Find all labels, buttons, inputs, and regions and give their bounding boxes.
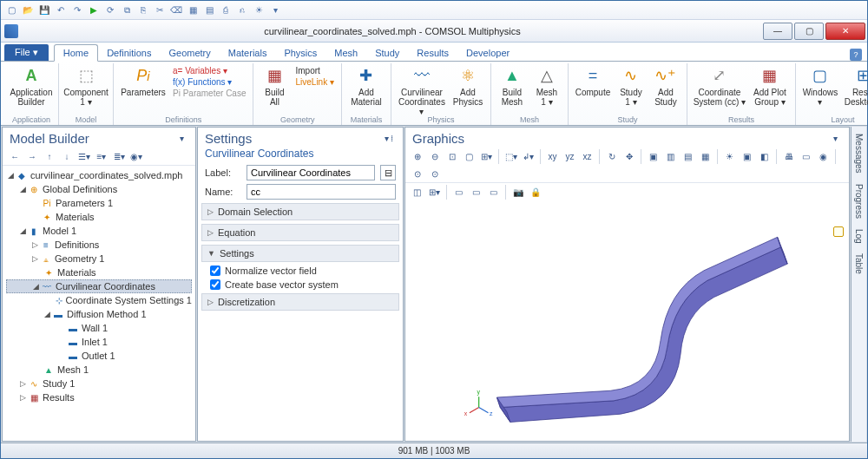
tab-definitions[interactable]: Definitions — [98, 45, 160, 61]
minimize-button[interactable]: — — [763, 23, 792, 40]
zoom-box-icon[interactable]: ▢ — [462, 149, 477, 164]
light-icon[interactable]: ☀ — [722, 149, 737, 164]
qat-btn-icon[interactable]: ▦ — [186, 3, 200, 17]
qat-delete-icon[interactable]: ⌫ — [169, 3, 183, 17]
zoom-out-icon[interactable]: ⊖ — [427, 149, 442, 164]
info-badge-icon[interactable] — [833, 226, 844, 237]
forward-icon[interactable]: → — [25, 149, 39, 163]
close-button[interactable]: ✕ — [825, 23, 865, 40]
tab-developer[interactable]: Developer — [457, 45, 518, 61]
maximize-button[interactable]: ▢ — [794, 23, 824, 40]
wire-icon[interactable]: ▣ — [740, 149, 754, 164]
select2-icon[interactable]: ▥ — [663, 149, 678, 164]
view-top-icon[interactable]: xy — [545, 149, 560, 164]
more-icon[interactable]: ⊙ — [427, 167, 442, 181]
trans-icon[interactable]: ◧ — [757, 149, 772, 164]
tab-study[interactable]: Study — [366, 45, 408, 61]
tab-geometry[interactable]: Geometry — [160, 45, 219, 61]
anim-icon[interactable]: ◉ — [816, 149, 831, 164]
parameter-case-button[interactable]: Pi Parameter Case — [171, 88, 247, 99]
hide3-icon[interactable]: ▭ — [486, 185, 501, 200]
qat-cut-icon[interactable]: ✂ — [153, 3, 167, 17]
qat-btn-icon[interactable]: ⎙ — [219, 3, 233, 17]
move-icon[interactable]: ✥ — [621, 149, 636, 164]
eye-icon[interactable]: ◉▾ — [129, 149, 143, 163]
tree-materials2[interactable]: Materials — [57, 267, 96, 278]
tab-home[interactable]: Home — [54, 44, 98, 62]
mesh1-button[interactable]: △ Mesh 1 ▾ — [531, 63, 562, 107]
view-front-icon[interactable]: yz — [562, 149, 577, 164]
add-plot-group-button[interactable]: ▦ Add Plot Group ▾ — [750, 63, 790, 107]
tree-model1[interactable]: Model 1 — [43, 226, 76, 236]
variables-button[interactable]: a= Variables ▾ — [171, 65, 247, 76]
basevector-checkbox[interactable] — [210, 279, 220, 290]
application-builder-button[interactable]: A Application Builder — [10, 63, 53, 107]
view-xy-icon[interactable]: ⬚▾ — [503, 149, 518, 164]
qat-btn-icon[interactable]: ⎌ — [235, 3, 249, 17]
clip2-icon[interactable]: ⊞▾ — [427, 185, 442, 200]
clip-icon[interactable]: ◫ — [410, 185, 424, 200]
image-icon[interactable]: ▭ — [799, 149, 813, 164]
qat-redo-icon[interactable]: ↷ — [70, 3, 84, 17]
tree-geometry1[interactable]: Geometry 1 — [55, 253, 104, 264]
tab-materials[interactable]: Materials — [220, 45, 276, 61]
tree-study1[interactable]: Study 1 — [43, 378, 75, 389]
down-icon[interactable]: ↓ — [60, 149, 74, 163]
coord-system-button[interactable]: ⤢ Coordinate System (cc) ▾ — [693, 63, 746, 107]
hide2-icon[interactable]: ▭ — [469, 185, 483, 200]
qat-refresh-icon[interactable]: ⟳ — [103, 3, 117, 17]
add-material-button[interactable]: ✚ Add Material — [347, 63, 385, 107]
tree-globaldef[interactable]: Global Definitions — [43, 184, 117, 194]
tree-css1[interactable]: Coordinate System Settings 1 — [65, 295, 192, 305]
hide-icon[interactable]: ▭ — [451, 185, 466, 200]
sidetab-progress[interactable]: Progress — [853, 182, 865, 220]
cam-icon[interactable]: 📷 — [510, 185, 525, 200]
qat-play-icon[interactable]: ▶ — [87, 3, 101, 17]
panel-menu-icon[interactable]: ▾ — [174, 132, 188, 146]
tree-inlet1[interactable]: Inlet 1 — [82, 337, 108, 347]
tag-button[interactable]: ⊟ — [380, 165, 396, 180]
tree-diff1[interactable]: Diffusion Method 1 — [67, 309, 147, 319]
tree-materials[interactable]: Materials — [56, 212, 95, 222]
build-mesh-button[interactable]: ▲ Build Mesh — [496, 63, 528, 107]
lock-icon[interactable]: 🔒 — [528, 185, 542, 200]
select3-icon[interactable]: ▤ — [681, 149, 695, 164]
tree-outlet1[interactable]: Outlet 1 — [82, 351, 115, 361]
file-menu[interactable]: File ▾ — [4, 44, 49, 61]
show-icon[interactable]: ≣▾ — [112, 149, 126, 163]
expand-icon[interactable]: ☰▾ — [77, 149, 91, 163]
back-icon[interactable]: ← — [8, 149, 22, 163]
study1-button[interactable]: ∿ Study 1 ▾ — [615, 63, 647, 107]
import-button[interactable]: Import — [293, 65, 335, 76]
section-discretization[interactable]: ▷Discretization — [201, 293, 399, 311]
add-study-button[interactable]: ∿⁺ Add Study — [650, 63, 681, 107]
panel-menu-icon[interactable]: ▾ — [828, 132, 842, 146]
component-button[interactable]: ⬚ Component 1 ▾ — [64, 63, 108, 107]
model-tree[interactable]: ◢◆curvilinear_coordinates_solved.mph ◢⊕G… — [3, 166, 195, 441]
zoom-sel-icon[interactable]: ⊞▾ — [479, 149, 494, 164]
zoom-in-icon[interactable]: ⊕ — [410, 149, 424, 164]
up-icon[interactable]: ↑ — [43, 149, 56, 163]
sidetab-log[interactable]: Log — [853, 227, 865, 246]
tab-results[interactable]: Results — [408, 45, 457, 61]
tree-params1[interactable]: Parameters 1 — [56, 198, 113, 208]
view-right-icon[interactable]: xz — [580, 149, 595, 164]
help-icon[interactable]: ? — [850, 49, 862, 61]
section-settings[interactable]: ▼Settings — [201, 245, 399, 262]
section-domain[interactable]: ▷Domain Selection — [201, 203, 399, 220]
rotate-icon[interactable]: ↻ — [604, 149, 619, 164]
qat-btn-icon[interactable]: ▤ — [202, 3, 216, 17]
qat-new-icon[interactable]: ▢ — [4, 3, 18, 17]
select4-icon[interactable]: ▦ — [698, 149, 713, 164]
build-all-button[interactable]: ▦ Build All — [259, 63, 290, 107]
qat-btn-icon[interactable]: ☀ — [252, 3, 266, 17]
print-icon[interactable]: 🖶 — [781, 149, 796, 164]
panel-menu-icon[interactable]: ▾ ⁞ — [382, 132, 396, 146]
qat-copy-icon[interactable]: ⧉ — [120, 3, 134, 17]
tree-results[interactable]: Results — [43, 392, 75, 403]
tree-root[interactable]: curvilinear_coordinates_solved.mph — [30, 170, 182, 180]
tree-mesh1[interactable]: Mesh 1 — [57, 364, 89, 375]
sidetab-messages[interactable]: Messages — [853, 132, 865, 175]
section-equation[interactable]: ▷Equation — [201, 224, 399, 241]
functions-button[interactable]: f(x) Functions ▾ — [171, 76, 247, 88]
